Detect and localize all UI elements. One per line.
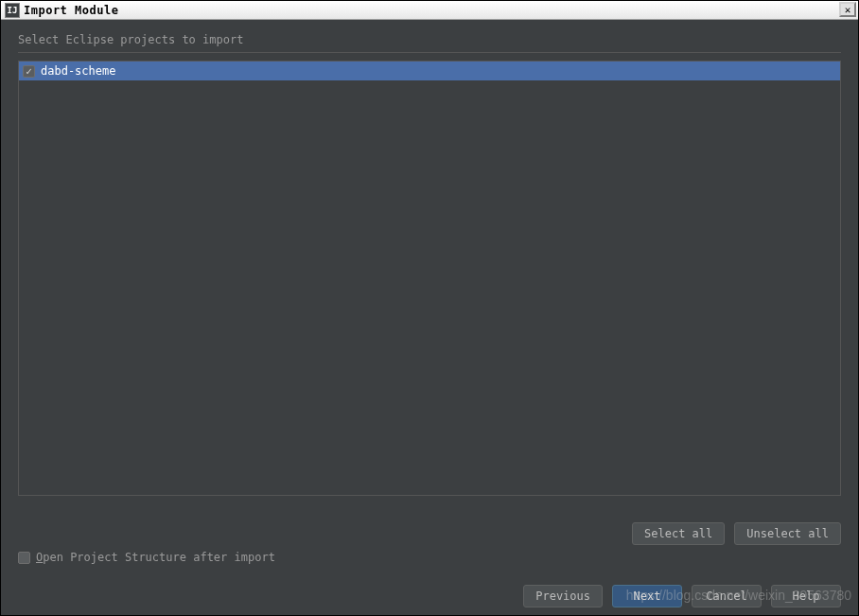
help-button[interactable]: Help <box>771 585 841 607</box>
list-item[interactable]: dabd-scheme <box>19 62 840 80</box>
cancel-button[interactable]: Cancel <box>692 585 762 607</box>
window-title: Import Module <box>24 4 118 17</box>
divider <box>18 52 841 53</box>
next-button[interactable]: Next <box>612 585 682 607</box>
unselect-all-button[interactable]: Unselect all <box>734 522 841 545</box>
window-titlebar: IJ Import Module ✕ <box>1 1 858 20</box>
previous-button[interactable]: Previous <box>523 585 603 607</box>
checkbox-icon[interactable] <box>18 552 30 564</box>
close-icon[interactable]: ✕ <box>839 2 856 17</box>
checkbox-icon[interactable] <box>23 65 35 78</box>
project-name-label: dabd-scheme <box>41 64 115 78</box>
project-list[interactable]: dabd-scheme <box>18 61 841 496</box>
select-all-button[interactable]: Select all <box>632 522 725 545</box>
open-structure-label: Open Project Structure after import <box>36 551 275 564</box>
open-structure-option[interactable]: Open Project Structure after import <box>18 551 275 564</box>
instruction-text: Select Eclipse projects to import <box>18 33 841 46</box>
app-icon: IJ <box>5 3 20 18</box>
